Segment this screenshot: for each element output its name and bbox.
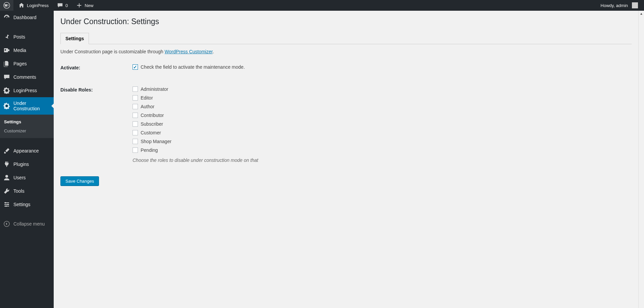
- role-label: Editor: [141, 95, 153, 101]
- sidebar-item-users[interactable]: Users: [0, 171, 54, 184]
- role-option[interactable]: Shop Manager: [133, 139, 632, 144]
- submenu-item-customizer[interactable]: Customizer: [0, 126, 54, 135]
- role-option[interactable]: Customer: [133, 130, 632, 135]
- page-intro: Under Construction page is customizable …: [60, 49, 632, 54]
- svg-point-2: [6, 89, 8, 91]
- save-changes-button[interactable]: Save Changes: [60, 176, 99, 186]
- plugin-icon: [3, 161, 10, 168]
- sidebar-item-dashboard[interactable]: Dashboard: [0, 11, 54, 24]
- sidebar-submenu: SettingsCustomizer: [0, 115, 54, 138]
- sidebar-item-tools[interactable]: Tools: [0, 184, 54, 198]
- sidebar-item-pages[interactable]: Pages: [0, 57, 54, 70]
- sidebar-item-label: LoginPress: [13, 88, 37, 93]
- wp-logo[interactable]: [0, 0, 13, 11]
- role-checkbox[interactable]: [133, 86, 138, 92]
- tab-settings[interactable]: Settings: [60, 33, 89, 44]
- svg-point-6: [7, 204, 9, 205]
- sidebar-item-label: Under Construction: [13, 101, 50, 111]
- role-checkbox[interactable]: [133, 130, 138, 135]
- my-account-link[interactable]: Howdy, admin: [597, 0, 641, 11]
- main-content: Under Construction: Settings Settings Un…: [54, 11, 638, 308]
- role-option[interactable]: Contributor: [133, 113, 632, 118]
- scrollbar[interactable]: ▲: [638, 11, 644, 308]
- disable-roles-label: Disable Roles:: [60, 86, 133, 93]
- role-checkbox[interactable]: [133, 139, 138, 144]
- intro-prefix: Under Construction page is customizable …: [60, 49, 165, 54]
- role-checkbox[interactable]: [133, 104, 138, 109]
- comment-count: 0: [65, 3, 68, 8]
- sidebar-item-settings[interactable]: Settings: [0, 198, 54, 211]
- pin-icon: [3, 34, 10, 40]
- role-option[interactable]: Editor: [133, 95, 632, 101]
- submenu-item-settings[interactable]: Settings: [0, 117, 54, 126]
- comment-icon: [57, 2, 63, 9]
- plus-icon: [76, 2, 83, 9]
- wordpress-customizer-link[interactable]: WordPress Customizer: [165, 49, 213, 54]
- role-label: Pending: [141, 147, 158, 153]
- role-label: Author: [141, 104, 154, 109]
- gear-icon: [3, 87, 10, 94]
- nav-tab-wrapper: Settings: [60, 33, 632, 44]
- role-label: Administrator: [141, 86, 168, 92]
- site-name-label: LoginPress: [27, 3, 49, 8]
- activate-checkbox[interactable]: [133, 64, 138, 70]
- brush-icon: [3, 147, 10, 154]
- svg-point-5: [5, 202, 6, 203]
- settings-icon: [3, 201, 10, 208]
- role-option[interactable]: Administrator: [133, 86, 632, 92]
- role-label: Shop Manager: [141, 139, 171, 144]
- users-icon: [3, 174, 10, 181]
- sidebar-item-label: Posts: [13, 34, 25, 40]
- svg-point-7: [5, 205, 7, 207]
- sidebar-item-label: Plugins: [13, 162, 29, 167]
- role-checkbox[interactable]: [133, 121, 138, 127]
- role-label: Customer: [141, 130, 161, 135]
- sidebar-item-appearance[interactable]: Appearance: [0, 144, 54, 158]
- role-option[interactable]: Subscriber: [133, 121, 632, 127]
- admin-sidebar: DashboardPostsMediaPagesCommentsLoginPre…: [0, 11, 54, 308]
- wordpress-icon: [3, 2, 10, 9]
- comment-icon: [3, 74, 10, 80]
- new-content-link[interactable]: New: [72, 0, 97, 11]
- role-label: Contributor: [141, 113, 164, 118]
- pages-icon: [3, 60, 10, 67]
- sidebar-item-loginpress[interactable]: LoginPress: [0, 84, 54, 97]
- role-option[interactable]: Author: [133, 104, 632, 109]
- collapse-label: Collapse menu: [13, 221, 45, 227]
- scroll-up-arrow[interactable]: ▲: [639, 11, 644, 16]
- sidebar-item-comments[interactable]: Comments: [0, 70, 54, 84]
- howdy-text: Howdy, admin: [601, 3, 628, 8]
- page-title: Under Construction: Settings: [60, 14, 632, 33]
- activate-label: Activate:: [60, 64, 133, 70]
- sidebar-item-under-construction[interactable]: Under Construction: [0, 97, 54, 115]
- home-icon: [18, 2, 25, 9]
- media-icon: [3, 47, 10, 54]
- tools-icon: [3, 188, 10, 194]
- role-checkbox[interactable]: [133, 95, 138, 101]
- avatar: [632, 2, 638, 8]
- sidebar-item-posts[interactable]: Posts: [0, 30, 54, 44]
- activate-field[interactable]: Check the field to activate the maintena…: [133, 64, 632, 70]
- site-name-link[interactable]: LoginPress: [15, 0, 52, 11]
- sidebar-item-label: Settings: [13, 202, 31, 207]
- collapse-icon: [3, 221, 10, 227]
- dashboard-icon: [3, 14, 10, 21]
- sidebar-item-label: Appearance: [13, 148, 39, 153]
- sidebar-item-plugins[interactable]: Plugins: [0, 158, 54, 171]
- sidebar-item-label: Pages: [13, 61, 27, 66]
- sidebar-item-label: Dashboard: [13, 15, 37, 20]
- collapse-menu[interactable]: Collapse menu: [0, 217, 54, 231]
- comments-link[interactable]: 0: [53, 0, 71, 11]
- roles-help: Choose the roles to disable under constr…: [133, 158, 632, 163]
- admin-bar: LoginPress 0 New Howdy, admin: [0, 0, 644, 11]
- role-label: Subscriber: [141, 121, 163, 127]
- sidebar-item-label: Users: [13, 175, 26, 180]
- svg-point-4: [5, 175, 8, 178]
- sidebar-item-label: Comments: [13, 74, 36, 80]
- sidebar-item-label: Media: [13, 48, 26, 53]
- role-checkbox[interactable]: [133, 147, 138, 153]
- sidebar-item-media[interactable]: Media: [0, 44, 54, 57]
- role-checkbox[interactable]: [133, 113, 138, 118]
- role-option[interactable]: Pending: [133, 147, 632, 153]
- intro-suffix: .: [212, 49, 214, 54]
